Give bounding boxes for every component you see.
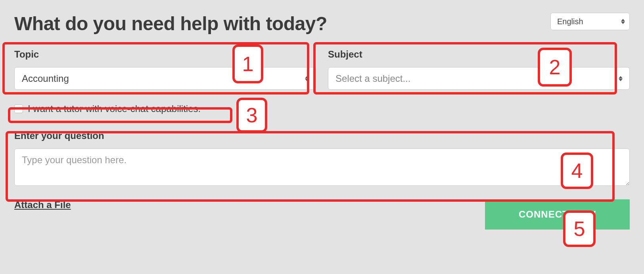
voice-chat-row[interactable]: I want a tutor with voice-chat capabilit…	[14, 103, 630, 114]
subject-select[interactable]: Select a subject...	[328, 67, 630, 90]
topic-block: Topic Accounting	[14, 49, 316, 90]
question-label: Enter your question	[14, 130, 630, 141]
topic-select[interactable]: Accounting	[14, 67, 316, 90]
connect-now-button[interactable]: CONNECT NOW	[485, 199, 630, 230]
question-textarea[interactable]	[14, 149, 630, 186]
attach-file-link[interactable]: Attach a File	[14, 199, 71, 210]
voice-chat-checkbox[interactable]	[14, 104, 23, 113]
question-block: Enter your question	[14, 130, 630, 187]
language-select[interactable]: English	[550, 13, 630, 30]
topic-label: Topic	[14, 49, 316, 60]
subject-label: Subject	[328, 49, 630, 60]
subject-block: Subject Select a subject...	[328, 49, 630, 90]
voice-chat-label: I want a tutor with voice-chat capabilit…	[28, 103, 201, 114]
page-title: What do you need help with today?	[14, 13, 327, 35]
